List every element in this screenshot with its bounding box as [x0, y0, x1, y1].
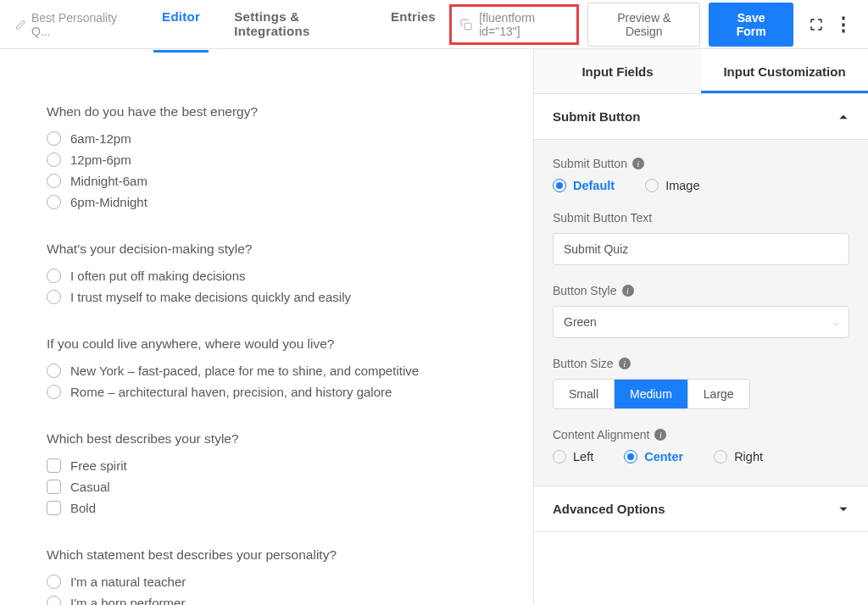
save-button[interactable]: Save Form	[709, 3, 793, 47]
section-advanced-title: Advanced Options	[553, 502, 665, 516]
option-label: New York – fast-paced, place for me to s…	[70, 364, 419, 378]
question-block: When do you have the best energy?6am-12p…	[47, 104, 487, 209]
button-style-label: Button Style i	[553, 284, 849, 297]
radio-icon	[47, 385, 61, 399]
radio-icon	[47, 174, 61, 188]
info-icon[interactable]: i	[622, 285, 634, 297]
submit-type-label: Submit Button i	[553, 157, 849, 170]
chevron-up-icon	[837, 111, 849, 123]
option-row[interactable]: New York – fast-paced, place for me to s…	[47, 364, 487, 378]
option-row[interactable]: I trust myself to make decisions quickly…	[47, 290, 487, 304]
option-row[interactable]: I'm a natural teacher	[47, 574, 487, 589]
form-title-text: Best Personality Q...	[31, 11, 131, 38]
option-row[interactable]: Bold	[47, 501, 487, 515]
submit-text-label: Submit Button Text	[553, 211, 849, 225]
question-text: If you could live anywhere, where would …	[47, 336, 487, 352]
option-row[interactable]: Casual	[47, 480, 487, 494]
section-submit-title: Submit Button	[553, 109, 640, 124]
align-right[interactable]: Right	[714, 450, 763, 463]
alignment-group: Left Center Right	[553, 450, 849, 463]
option-label: I'm a natural teacher	[70, 574, 186, 589]
button-size-label: Button Size i	[553, 357, 849, 370]
submit-type-default[interactable]: Default	[553, 179, 615, 192]
shortcode-box[interactable]: [fluentform id="13"]	[449, 4, 579, 45]
option-row[interactable]: Midnight-6am	[47, 174, 487, 188]
radio-icon	[47, 131, 61, 146]
option-row[interactable]: 6am-12pm	[47, 131, 487, 146]
sidebar-tab-input-fields[interactable]: Input Fields	[534, 49, 701, 93]
submit-type-group: Default Image	[553, 179, 849, 192]
question-block: Which best describes your style?Free spi…	[47, 431, 487, 515]
size-medium[interactable]: Medium	[615, 380, 688, 408]
sidebar-tab-customization[interactable]: Input Customization	[701, 49, 868, 93]
option-row[interactable]: 6pm-Midnight	[47, 195, 487, 209]
question-text: Which statement best describes your pers…	[47, 547, 487, 563]
pencil-icon	[15, 19, 26, 31]
chevron-down-icon: ⌵	[832, 316, 838, 328]
info-icon[interactable]: i	[619, 358, 631, 369]
chevron-down-icon	[837, 503, 849, 515]
option-row[interactable]: I often put off making decisions	[47, 269, 487, 283]
submit-text-input[interactable]	[553, 233, 849, 265]
checkbox-icon	[47, 501, 61, 515]
nav-tabs: Editor Settings & Integrations Entries	[153, 0, 444, 53]
alignment-label: Content Alignment i	[553, 428, 849, 441]
submit-type-image[interactable]: Image	[645, 179, 699, 192]
option-label: Bold	[70, 501, 96, 515]
option-label: Midnight-6am	[70, 174, 147, 188]
sidebar: Input Fields Input Customization Submit …	[533, 49, 868, 605]
option-label: Casual	[70, 480, 110, 494]
radio-icon	[47, 574, 61, 589]
main-content: When do you have the best energy?6am-12p…	[0, 49, 868, 605]
tab-entries[interactable]: Entries	[382, 0, 444, 53]
top-bar: Best Personality Q... Editor Settings & …	[0, 0, 868, 49]
option-label: 6pm-Midnight	[70, 195, 147, 209]
tab-editor[interactable]: Editor	[153, 0, 209, 53]
button-size-group: Small Medium Large	[553, 379, 750, 409]
checkbox-icon	[47, 480, 61, 494]
radio-icon	[47, 153, 61, 167]
option-label: I'm a born performer	[70, 596, 185, 605]
section-submit-header[interactable]: Submit Button	[534, 94, 868, 140]
info-icon[interactable]: i	[632, 158, 644, 169]
question-block: What's your decision-making style?I ofte…	[47, 241, 487, 304]
size-small[interactable]: Small	[554, 380, 615, 408]
fullscreen-icon[interactable]	[809, 16, 824, 33]
radio-icon	[47, 290, 61, 304]
form-title[interactable]: Best Personality Q...	[15, 11, 131, 38]
question-text: Which best describes your style?	[47, 431, 487, 447]
section-submit-body: Submit Button i Default Image Submit But…	[534, 140, 868, 486]
question-text: What's your decision-making style?	[47, 241, 487, 257]
option-label: I often put off making decisions	[70, 269, 246, 283]
question-block: If you could live anywhere, where would …	[47, 336, 487, 399]
radio-icon	[47, 269, 61, 283]
shortcode-text: [fluentform id="13"]	[479, 11, 568, 38]
button-style-select[interactable]: Green ⌵	[553, 306, 849, 338]
size-large[interactable]: Large	[688, 380, 749, 408]
question-text: When do you have the best energy?	[47, 104, 487, 119]
svg-rect-0	[465, 23, 471, 30]
sidebar-tabs: Input Fields Input Customization	[534, 49, 868, 94]
more-icon[interactable]: ⋮	[834, 14, 853, 36]
copy-icon	[460, 18, 472, 31]
option-row[interactable]: I'm a born performer	[47, 596, 487, 605]
radio-icon	[47, 195, 61, 209]
option-label: 12pm-6pm	[70, 153, 131, 167]
top-right: [fluentform id="13"] Preview & Design Sa…	[449, 3, 853, 47]
radio-icon	[47, 596, 61, 605]
option-label: I trust myself to make decisions quickly…	[70, 290, 351, 304]
question-block: Which statement best describes your pers…	[47, 547, 487, 605]
option-row[interactable]: Rome – architectural haven, precision, a…	[47, 385, 487, 399]
preview-button[interactable]: Preview & Design	[587, 3, 700, 47]
align-left[interactable]: Left	[553, 450, 593, 463]
option-label: Rome – architectural haven, precision, a…	[70, 385, 392, 399]
align-center[interactable]: Center	[624, 450, 683, 463]
radio-icon	[47, 364, 61, 378]
checkbox-icon	[47, 458, 61, 473]
option-row[interactable]: Free spirit	[47, 458, 487, 473]
tab-settings[interactable]: Settings & Integrations	[225, 0, 365, 53]
info-icon[interactable]: i	[654, 429, 666, 441]
option-label: 6am-12pm	[70, 131, 131, 146]
section-advanced-header[interactable]: Advanced Options	[534, 486, 868, 532]
option-row[interactable]: 12pm-6pm	[47, 153, 487, 167]
